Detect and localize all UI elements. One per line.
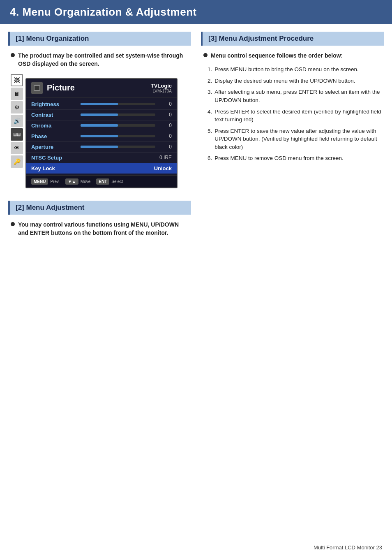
bullet-dot — [11, 53, 15, 57]
page-footer: Multi Format LCD Monitor 23 — [314, 544, 382, 551]
osd-menu-icon — [31, 82, 43, 94]
sidebar-icon-settings: ⚙ — [11, 101, 23, 113]
bullet-dot-2 — [11, 222, 15, 226]
osd-rows: Brightness 0 Contrast 0 Chroma — [26, 97, 177, 175]
step-4: 4. Press ENTER to select the desired ite… — [208, 108, 381, 124]
sidebar-icon-audio: 🔊 — [11, 115, 23, 127]
osd-row-keylock: Key Lock Unlock — [26, 163, 177, 174]
section-adjustment-procedure: [3] Menu Adjustment Procedure Menu contr… — [201, 32, 384, 251]
osd-row-aperture: Aperture 0 — [26, 142, 177, 153]
bullet-dot-3 — [203, 53, 208, 57]
osd-row-phase: Phase 0 — [26, 131, 177, 142]
section3-title: [3] Menu Adjustment Procedure — [201, 32, 384, 46]
sidebar-icon-bars: ▤▤ — [11, 128, 23, 141]
osd-row-contrast: Contrast 0 — [26, 110, 177, 120]
section2-title: [2] Menu Adjustment — [8, 201, 191, 215]
steps-list: 1. Press MENU button to bring the OSD me… — [208, 65, 381, 162]
contrast-bar — [81, 113, 155, 116]
osd-sidebar: 🖼 🖥 ⚙ 🔊 ▤▤ 👁 🔑 — [11, 74, 23, 168]
osd-display: 🖼 🖥 ⚙ 🔊 ▤▤ 👁 🔑 Picture — [11, 74, 189, 192]
section2-bullet-text: You may control various functions using … — [11, 220, 189, 237]
sidebar-icon-key: 🔑 — [11, 155, 23, 168]
brightness-bar — [81, 103, 155, 105]
svg-rect-1 — [35, 86, 39, 90]
footer-select: ENT Select — [96, 178, 123, 185]
osd-brand: TVLogic LVM-170A — [151, 83, 172, 93]
page-title: 4. Menu Organization & Adjustment — [0, 0, 392, 24]
step-6: 6. Press MENU to remove OSD menu from th… — [208, 154, 381, 162]
osd-row-ntsc: NTSC Setup 0 IRE — [26, 153, 177, 163]
section1-title: [1] Menu Organization — [8, 32, 191, 46]
section1-bullet-text: The product may be controlled and set sy… — [11, 51, 189, 68]
footer-move: ▼▲ Move — [65, 178, 90, 185]
step-2: 2. Display the desired sub menu with the… — [208, 77, 381, 85]
osd-panel: Picture TVLogic LVM-170A Brightness 0 — [25, 78, 178, 188]
phase-bar — [81, 135, 155, 137]
chroma-bar — [81, 124, 155, 127]
osd-menu-title: Picture — [47, 83, 151, 93]
osd-row-brightness: Brightness 0 — [26, 99, 177, 110]
sidebar-icon-picture: 🖼 — [11, 74, 23, 86]
sidebar-icon-eye: 👁 — [11, 142, 23, 154]
aperture-bar — [81, 146, 155, 148]
osd-footer: MENU Prev. ▼▲ Move ENT Select — [26, 175, 177, 188]
step-5: 5. Press ENTER to save the new value aft… — [208, 127, 381, 151]
sidebar-icon-monitor: 🖥 — [11, 88, 23, 100]
section-menu-organization: [1] Menu Organization The product may be… — [8, 32, 191, 201]
section-menu-adjustment: [2] Menu Adjustment You may control vari… — [8, 201, 191, 251]
step-3: 3. After selecting a sub menu, press ENT… — [208, 88, 381, 104]
osd-title-bar: Picture TVLogic LVM-170A — [26, 79, 177, 97]
step-1: 1. Press MENU button to bring the OSD me… — [208, 65, 381, 74]
osd-row-chroma: Chroma 0 — [26, 120, 177, 131]
section3-bullet-text: Menu control sequence follows the order … — [203, 51, 381, 60]
footer-menu: MENU Prev. — [31, 178, 60, 185]
